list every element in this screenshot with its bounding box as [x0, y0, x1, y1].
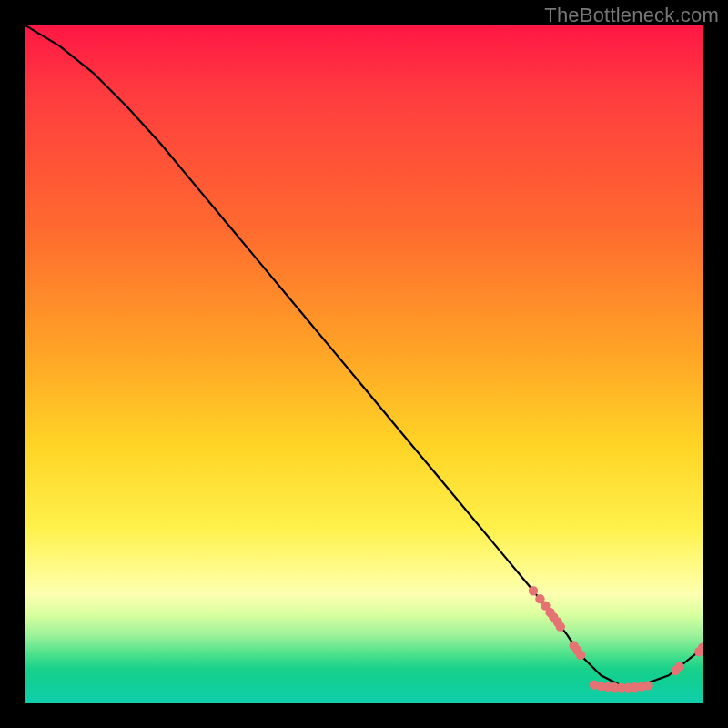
data-points — [529, 586, 703, 693]
data-point — [675, 662, 684, 671]
data-point — [556, 622, 565, 631]
chart-frame: TheBottleneck.com — [0, 0, 728, 728]
data-point — [576, 651, 585, 660]
plot-area — [25, 25, 703, 703]
plot-overlay — [25, 25, 703, 703]
data-point — [643, 681, 652, 690]
data-point — [529, 586, 538, 595]
bottleneck-curve — [25, 25, 703, 688]
watermark-text: TheBottleneck.com — [544, 4, 719, 27]
